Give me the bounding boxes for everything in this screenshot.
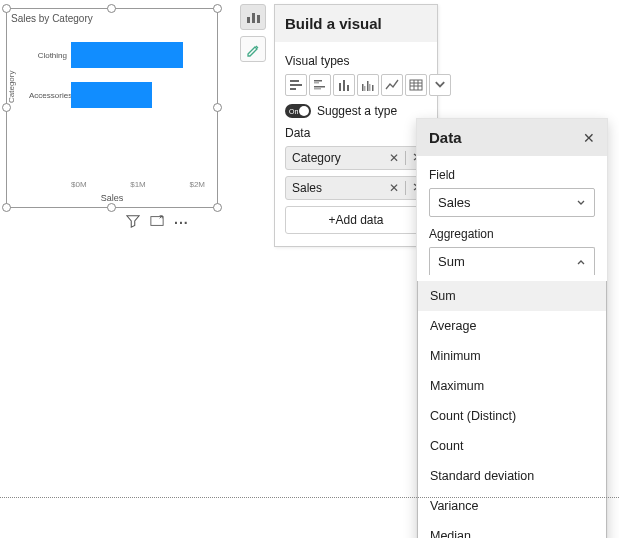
aggregation-option[interactable]: Standard deviation: [418, 461, 606, 491]
suggest-type-label: Suggest a type: [317, 104, 397, 118]
resize-handle-ne[interactable]: [213, 4, 222, 13]
visual-types-row: [285, 74, 427, 96]
table-icon[interactable]: [405, 74, 427, 96]
aggregation-dropdown: Sum Average Minimum Maximum Count (Disti…: [417, 281, 607, 538]
svg-rect-9: [314, 86, 325, 88]
tick: $2M: [189, 180, 205, 189]
tick: $1M: [130, 180, 146, 189]
page-boundary: [0, 497, 619, 498]
visual-toolbar: ···: [126, 214, 189, 231]
data-popup-header: Data ✕: [417, 119, 607, 156]
aggregation-option[interactable]: Count (Distinct): [418, 401, 606, 431]
x-axis-label: Sales: [11, 193, 213, 203]
svg-rect-1: [247, 17, 250, 23]
field-pill-label: Sales: [292, 181, 322, 195]
divider: [405, 181, 406, 195]
resize-handle-nw[interactable]: [2, 4, 11, 13]
resize-handle-se[interactable]: [213, 203, 222, 212]
svg-rect-4: [290, 80, 299, 82]
aggregation-label: Aggregation: [429, 227, 595, 241]
svg-rect-0: [151, 217, 163, 226]
svg-rect-11: [339, 83, 341, 91]
field-select-value: Sales: [438, 195, 471, 210]
resize-handle-w[interactable]: [2, 103, 11, 112]
y-axis-label: Category: [7, 71, 16, 103]
svg-rect-2: [252, 13, 255, 23]
svg-rect-16: [367, 81, 369, 91]
filter-icon[interactable]: [126, 214, 140, 231]
build-visual-button[interactable]: [240, 4, 266, 30]
svg-rect-8: [314, 82, 319, 84]
aggregation-option[interactable]: Maximum: [418, 371, 606, 401]
chart-title: Sales by Category: [11, 13, 213, 24]
aggregation-option[interactable]: Median: [418, 521, 606, 538]
field-pill-label: Category: [292, 151, 341, 165]
chevron-up-icon: [576, 257, 586, 267]
svg-rect-14: [362, 84, 364, 91]
svg-rect-17: [369, 84, 371, 91]
toggle-on-label: On: [286, 108, 298, 115]
svg-rect-15: [364, 86, 366, 91]
focus-mode-icon[interactable]: [150, 214, 164, 231]
remove-field-icon[interactable]: ✕: [389, 151, 399, 165]
remove-field-icon[interactable]: ✕: [389, 181, 399, 195]
svg-rect-7: [314, 80, 322, 82]
tick: $0M: [71, 180, 87, 189]
chart-visual[interactable]: Sales by Category Category Clothing Acce…: [6, 8, 218, 208]
bar-label: Accessories: [29, 91, 71, 100]
svg-rect-19: [410, 80, 422, 90]
resize-handle-e[interactable]: [213, 103, 222, 112]
aggregation-option[interactable]: Variance: [418, 491, 606, 521]
x-axis-ticks: $0M $1M $2M: [71, 180, 205, 189]
chart-area: Sales by Category Category Clothing Acce…: [11, 13, 213, 203]
data-section-label: Data: [285, 126, 427, 140]
bar: [71, 82, 152, 108]
close-icon[interactable]: ✕: [583, 130, 595, 146]
add-data-button[interactable]: +Add data: [285, 206, 427, 234]
bar: [71, 42, 183, 68]
svg-rect-3: [257, 15, 260, 23]
more-options-icon[interactable]: ···: [174, 215, 189, 231]
data-popup-title: Data: [429, 129, 462, 146]
chevron-down-icon: [576, 198, 586, 208]
build-visual-panel: Build a visual Visual types On Suggest a…: [274, 4, 438, 247]
svg-rect-6: [290, 88, 296, 90]
resize-handle-n[interactable]: [107, 4, 116, 13]
field-select[interactable]: Sales: [429, 188, 595, 217]
build-panel-header: Build a visual: [275, 5, 437, 42]
clustered-bar-icon[interactable]: [309, 74, 331, 96]
visual-types-label: Visual types: [285, 54, 427, 68]
resize-handle-sw[interactable]: [2, 203, 11, 212]
aggregation-option[interactable]: Average: [418, 311, 606, 341]
aggregation-option[interactable]: Count: [418, 431, 606, 461]
svg-rect-10: [314, 88, 321, 90]
field-pill-category[interactable]: Category ✕: [285, 146, 427, 170]
column-icon[interactable]: [333, 74, 355, 96]
visual-type-dropdown[interactable]: [429, 74, 451, 96]
divider: [405, 151, 406, 165]
resize-handle-s[interactable]: [107, 203, 116, 212]
stacked-bar-icon[interactable]: [285, 74, 307, 96]
suggest-type-row: On Suggest a type: [285, 104, 427, 118]
format-visual-button[interactable]: [240, 36, 266, 62]
aggregation-select-value: Sum: [438, 254, 465, 269]
field-label: Field: [429, 168, 595, 182]
svg-rect-18: [372, 85, 374, 91]
data-popup: Data ✕ Field Sales Aggregation Sum Sum A…: [416, 118, 608, 538]
aggregation-option[interactable]: Sum: [418, 281, 606, 311]
aggregation-option[interactable]: Minimum: [418, 341, 606, 371]
bar-label: Clothing: [29, 51, 71, 60]
side-icon-strip: [240, 4, 266, 62]
suggest-type-toggle[interactable]: On: [285, 104, 311, 118]
field-pill-sales[interactable]: Sales ✕: [285, 176, 427, 200]
line-icon[interactable]: [381, 74, 403, 96]
svg-rect-5: [290, 84, 302, 86]
svg-rect-13: [347, 85, 349, 91]
chart-plot: Clothing Accessories: [29, 35, 209, 175]
svg-rect-12: [343, 80, 345, 91]
aggregation-select[interactable]: Sum: [429, 247, 595, 275]
toggle-knob: [299, 106, 309, 116]
clustered-column-icon[interactable]: [357, 74, 379, 96]
